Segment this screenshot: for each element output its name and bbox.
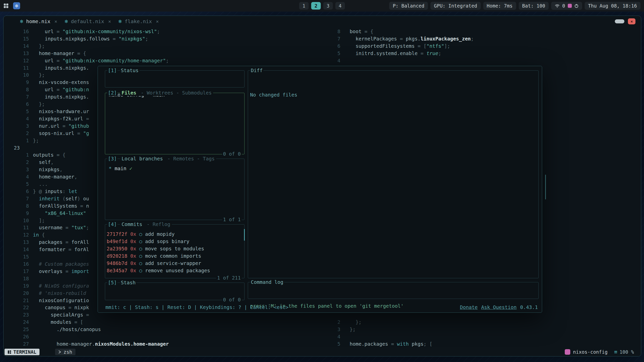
lines-icon: ≡ xyxy=(614,349,617,355)
lazygit-command-log-panel[interactable]: Command log press 'M' in the files panel… xyxy=(248,282,539,299)
line-number: 4 xyxy=(14,173,29,181)
code-line[interactable]: 26 xyxy=(14,333,169,341)
code-line[interactable]: 4 xyxy=(326,333,432,341)
commit-row[interactable]: 2a23950 0x ○ move sops to modules xyxy=(107,245,243,252)
lazygit-diff-panel[interactable]: Diff No changed files xyxy=(248,70,539,278)
mode-indicator[interactable]: TERMINAL xyxy=(5,349,39,355)
commit-row[interactable]: b49ef1d 0x ○ add sops binary xyxy=(107,238,243,245)
commit-hash: 2a23950 xyxy=(107,245,130,252)
tab-home.nix[interactable]: ❄home.nix× xyxy=(20,16,57,27)
code-line[interactable]: 8boot = { xyxy=(326,28,474,35)
commit-row[interactable]: 9486b7d 0x ○ add service-wrapper xyxy=(107,260,243,267)
tab-close-icon[interactable]: × xyxy=(154,19,159,24)
line-number: 9 xyxy=(14,210,29,217)
code-text: overlays = import xyxy=(29,268,89,275)
commit-node-icon: ○ xyxy=(139,267,145,274)
code-line[interactable]: 6 supportedFilesystems = ["ntfs"]; xyxy=(326,43,474,50)
tab-close-icon[interactable]: × xyxy=(107,19,111,24)
commit-node-icon: ○ xyxy=(139,245,145,252)
topbar-module[interactable]: GPU: Integrated xyxy=(430,2,481,10)
code-line[interactable]: 13 home-manager = { xyxy=(14,50,169,57)
close-button[interactable]: × xyxy=(628,18,635,24)
code-line[interactable]: 14 }; xyxy=(14,43,169,50)
lazygit-files-panel[interactable]: [2]Files - Worktrees - Submodules 0 of 0 xyxy=(105,93,245,154)
line-number: 4 xyxy=(14,115,29,123)
line-number: 16 xyxy=(14,28,29,35)
tab-close-icon[interactable]: × xyxy=(53,19,57,24)
code-text: formatter = forAl xyxy=(29,246,89,253)
code-line[interactable]: 25 ./hosts/canopus xyxy=(14,326,169,333)
commit-subject: move sops to modules xyxy=(145,245,204,252)
app-grid-icon[interactable] xyxy=(4,3,9,8)
branches-count: 1 of 1 xyxy=(222,217,242,223)
line-number: 26 xyxy=(14,333,29,341)
code-line[interactable]: 16 url = "github:nix-community/nixos-wsl… xyxy=(14,28,169,35)
commit-row[interactable]: d920218 0x ○ move common imports xyxy=(107,252,243,260)
code-line[interactable]: 5home.packages = with pkgs; [ xyxy=(326,341,432,348)
workspace-button-1[interactable]: 1 xyxy=(299,2,309,10)
tab-default.nix[interactable]: ❄default.nix× xyxy=(64,16,111,27)
lazygit-commits-panel[interactable]: [4]Commits - Reflog 2717f2f 0x ○ add mop… xyxy=(105,224,245,278)
code-line[interactable]: 3}; xyxy=(326,326,432,333)
workspace-button-3[interactable]: 3 xyxy=(323,2,333,10)
clock[interactable]: Thu Aug 08, 18:16 xyxy=(585,2,640,10)
code-line[interactable]: 5 initrd.systemd.enable = true; xyxy=(326,50,474,57)
pane-tab-zsh[interactable]: zsh xyxy=(55,349,75,355)
code-line[interactable]: 24 modules = [ xyxy=(14,319,169,326)
commit-row[interactable]: 8e345a7 0x ○ remove unused packages xyxy=(107,267,243,274)
line-number: 15 xyxy=(14,35,29,43)
tab-flake.nix[interactable]: ❄flake.nix× xyxy=(118,16,159,27)
code-text: }; xyxy=(340,326,355,333)
code-line[interactable]: 15 inputs.nixpkgs.follows = "nixpkgs"; xyxy=(14,35,169,43)
code-text: }; xyxy=(29,101,45,108)
line-number: 5 xyxy=(14,181,29,188)
donate-link[interactable]: Donate xyxy=(460,304,477,311)
nix-icon: ❄ xyxy=(20,19,24,24)
code-line[interactable]: 27 home-manager.nixosModules.home-manage… xyxy=(14,341,169,348)
commit-subject: add sops binary xyxy=(145,238,189,245)
line-number: 4 xyxy=(326,333,340,341)
code-line[interactable]: 12 url = "github:nix-community/home-mana… xyxy=(14,57,169,65)
topbar-module[interactable]: Home: 7ms xyxy=(483,2,516,10)
code-text: inherit (self) ou xyxy=(29,195,89,203)
code-line[interactable]: 4 xyxy=(326,57,474,65)
keybindings-hint: mmit: c | Stash: s | Reset: D | Keybindi… xyxy=(105,304,289,311)
workspace-button-2[interactable]: 2 xyxy=(311,2,321,10)
code-text: } @ inputs: let xyxy=(29,188,77,195)
diff-content: No changed files xyxy=(250,91,535,99)
workspace-button-4[interactable]: 4 xyxy=(335,2,345,10)
commits-scrollbar[interactable] xyxy=(244,229,245,241)
ask-question-link[interactable]: Ask Question xyxy=(481,304,517,311)
commit-row[interactable]: 2717f2f 0x ○ add mopidy xyxy=(107,231,243,238)
tab-bar: ❄home.nix×❄default.nix×❄flake.nix× × xyxy=(4,16,641,27)
line-number: 1 xyxy=(14,137,29,145)
code-text xyxy=(340,333,350,341)
lazygit-stash-panel[interactable]: [5]Stash 0 of 0 xyxy=(105,283,245,300)
session-indicator[interactable]: nixos-config xyxy=(565,349,608,355)
minimize-button[interactable] xyxy=(615,19,624,23)
line-number: 23 xyxy=(14,145,29,152)
line-number: 14 xyxy=(14,43,29,50)
topbar-module[interactable]: Bat: 100 xyxy=(519,2,549,10)
line-number: 3 xyxy=(326,326,340,333)
line-number: 7 xyxy=(326,35,340,43)
line-number: 1 xyxy=(14,152,29,159)
topbar-module[interactable]: P: Balanced xyxy=(389,2,428,10)
nix-launcher-icon[interactable]: ❄ xyxy=(13,2,20,9)
lazygit-branches-panel[interactable]: [3]Local branches - Remotes - Tags * mai… xyxy=(105,159,245,220)
editor-scrollbar[interactable] xyxy=(545,175,546,199)
line-number: 2 xyxy=(14,130,29,137)
commit-author: 0x xyxy=(130,260,139,267)
commit-hash: 8e345a7 xyxy=(107,267,130,274)
branch-row[interactable]: * main ✓ xyxy=(109,165,241,172)
files-count: 0 of 0 xyxy=(222,151,242,157)
line-number: 27 xyxy=(14,341,29,348)
line-number: 14 xyxy=(14,246,29,253)
code-text: inputs.nixpkgs. xyxy=(29,65,89,72)
lazygit-status-panel[interactable]: [1]Status nixos-config → main xyxy=(105,70,245,87)
lazygit-links: Donate Ask Question 0.43.1 xyxy=(460,304,538,311)
code-text: home-manager = { xyxy=(29,50,86,57)
commit-author: 0x xyxy=(130,238,139,245)
system-tray[interactable]: 0 xyxy=(551,2,582,10)
code-line[interactable]: 7 kernelPackages = pkgs.linuxPackages_ze… xyxy=(326,35,474,43)
